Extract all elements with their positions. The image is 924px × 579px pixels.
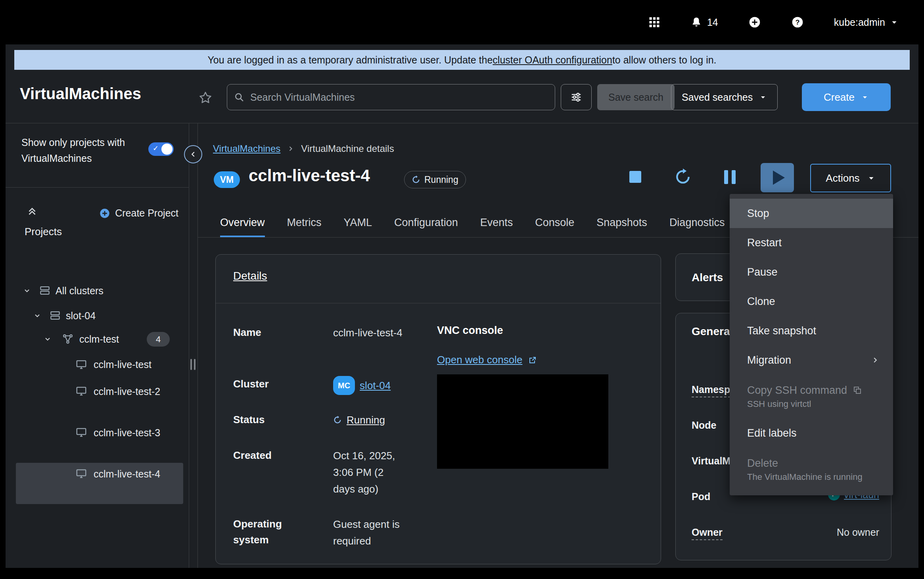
tree-item-slot-04[interactable]: slot-04: [6, 304, 189, 328]
search-box: [227, 84, 555, 110]
created-value: Oct 16, 2025, 3:06 PM (2 days ago): [333, 447, 404, 497]
menu-item-edit-labels[interactable]: Edit labels: [730, 418, 893, 448]
tab-metrics[interactable]: Metrics: [287, 210, 322, 237]
banner-text-before: You are logged in as a temporary adminis…: [207, 54, 493, 66]
copy-icon: [853, 385, 862, 395]
pause-vm-button[interactable]: [724, 170, 736, 184]
breadcrumb-current: VirtualMachine details: [301, 143, 394, 154]
notifications-button[interactable]: 14: [690, 16, 718, 28]
created-label: Created: [233, 447, 316, 463]
open-web-console-link[interactable]: Open web console: [437, 354, 522, 366]
tab-snapshots[interactable]: Snapshots: [596, 210, 647, 237]
pod-label: Pod: [692, 491, 710, 502]
chevron-down-icon[interactable]: [44, 335, 52, 343]
search-input[interactable]: [250, 92, 548, 103]
tab-overview[interactable]: Overview: [220, 210, 265, 237]
app-launcher-grid-icon: [648, 16, 660, 28]
oauth-config-link[interactable]: cluster OAuth configuration: [493, 54, 612, 66]
projects-filter-toggle[interactable]: ✓: [148, 142, 174, 156]
os-value: Guest agent is required: [333, 516, 404, 549]
tree-item-all-clusters[interactable]: All clusters: [6, 279, 189, 303]
vm-status-pill[interactable]: Running: [404, 171, 466, 188]
projects-label: Projects: [25, 226, 62, 238]
save-search-button[interactable]: Save search: [597, 84, 675, 110]
masthead: 14 ? kube:admin: [0, 0, 924, 44]
tab-diagnostics[interactable]: Diagnostics: [669, 210, 725, 237]
menu-item-delete[interactable]: Delete The VirtualMachine is running: [730, 448, 893, 491]
restart-vm-button[interactable]: [674, 168, 692, 186]
chevron-down-icon[interactable]: [33, 312, 41, 320]
managed-cluster-badge: MC: [333, 376, 355, 395]
tab-yaml[interactable]: YAML: [344, 210, 372, 237]
tab-events[interactable]: Events: [480, 210, 513, 237]
tree-item-cclm-test[interactable]: cclm-test 4: [6, 327, 189, 352]
tab-console[interactable]: Console: [535, 210, 574, 237]
tree-item-vm-1[interactable]: cclm-live-test: [6, 353, 189, 377]
user-menu[interactable]: kube:admin: [834, 17, 899, 28]
name-value: cclm-live-test-4: [333, 324, 404, 341]
name-label: Name: [233, 324, 316, 340]
banner-text-after: to allow others to log in.: [612, 54, 717, 66]
actions-menu: Stop Restart Pause Clone Take snapshot M…: [730, 194, 893, 495]
start-vm-button[interactable]: [761, 163, 794, 192]
notification-count: 14: [707, 17, 718, 28]
vm-monitor-icon: [75, 385, 87, 397]
sync-icon: [412, 175, 420, 184]
menu-item-take-snapshot[interactable]: Take snapshot: [730, 316, 893, 345]
cluster-value: MC slot-04: [333, 376, 391, 395]
menu-item-migration[interactable]: Migration: [730, 345, 893, 375]
chevron-right-icon: [287, 145, 295, 153]
question-circle-icon: ?: [791, 16, 804, 29]
create-button[interactable]: Create: [802, 83, 891, 111]
status-link[interactable]: Running: [347, 412, 385, 428]
cluster-link[interactable]: slot-04: [360, 377, 391, 394]
add-button[interactable]: [748, 16, 761, 29]
app-launcher-button[interactable]: [648, 16, 660, 28]
details-card: Details Name cclm-live-test-4 Cluster MC…: [215, 254, 661, 564]
projects-filter-label: Show only projects with VirtualMachines: [21, 134, 145, 166]
chevron-down-icon[interactable]: [23, 287, 31, 295]
menu-item-stop[interactable]: Stop: [730, 199, 893, 228]
details-card-title[interactable]: Details: [233, 270, 267, 282]
bell-icon: [690, 16, 702, 28]
tree-item-vm-2[interactable]: cclm-live-test-2: [6, 380, 189, 422]
vnc-preview[interactable]: [437, 374, 608, 469]
search-icon: [234, 92, 245, 103]
sidebar-resize-handle[interactable]: [190, 359, 196, 370]
saved-searches-button[interactable]: Saved searches: [671, 84, 778, 110]
page-title: VirtualMachines: [20, 85, 141, 103]
caret-down-icon: [890, 18, 899, 27]
projects-filter: Show only projects with VirtualMachines …: [6, 123, 189, 188]
status-label: Status: [233, 412, 316, 428]
menu-item-copy-ssh-command[interactable]: Copy SSH command SSH using virtctl: [730, 375, 893, 418]
stop-icon: [629, 171, 641, 183]
tree-item-vm-4-selected[interactable]: cclm-live-test-4: [6, 463, 189, 504]
collapse-all-button[interactable]: [26, 205, 38, 217]
menu-item-clone[interactable]: Clone: [730, 287, 893, 316]
external-link-icon: [528, 355, 537, 365]
actions-dropdown-button[interactable]: Actions: [810, 164, 891, 192]
vm-kind-badge: VM: [214, 171, 240, 188]
tree-item-vm-3[interactable]: cclm-live-test-3: [6, 422, 189, 463]
chevron-down-icon: [861, 93, 869, 101]
node-label: Node: [692, 420, 717, 431]
console-app: You are logged in as a temporary adminis…: [6, 44, 918, 568]
advanced-search-button[interactable]: [561, 84, 592, 110]
vm-monitor-icon: [75, 359, 87, 370]
plus-circle-icon: [99, 208, 110, 219]
vnc-console-title: VNC console: [437, 324, 503, 337]
sidebar-collapse-button[interactable]: [184, 145, 202, 163]
vm-monitor-icon: [75, 468, 87, 479]
menu-item-restart[interactable]: Restart: [730, 228, 893, 257]
favorite-star-icon[interactable]: [198, 90, 213, 105]
sync-icon: [333, 416, 342, 424]
owner-value: No owner: [837, 527, 879, 538]
tab-configuration[interactable]: Configuration: [394, 210, 458, 237]
menu-item-pause[interactable]: Pause: [730, 257, 893, 287]
create-project-button[interactable]: Create Project: [99, 207, 178, 219]
breadcrumb-link-virtualmachines[interactable]: VirtualMachines: [213, 143, 280, 154]
login-banner: You are logged in as a temporary adminis…: [14, 50, 910, 70]
help-button[interactable]: ?: [791, 16, 804, 29]
stop-vm-button[interactable]: [629, 171, 641, 183]
os-label: Operating system: [233, 516, 316, 548]
